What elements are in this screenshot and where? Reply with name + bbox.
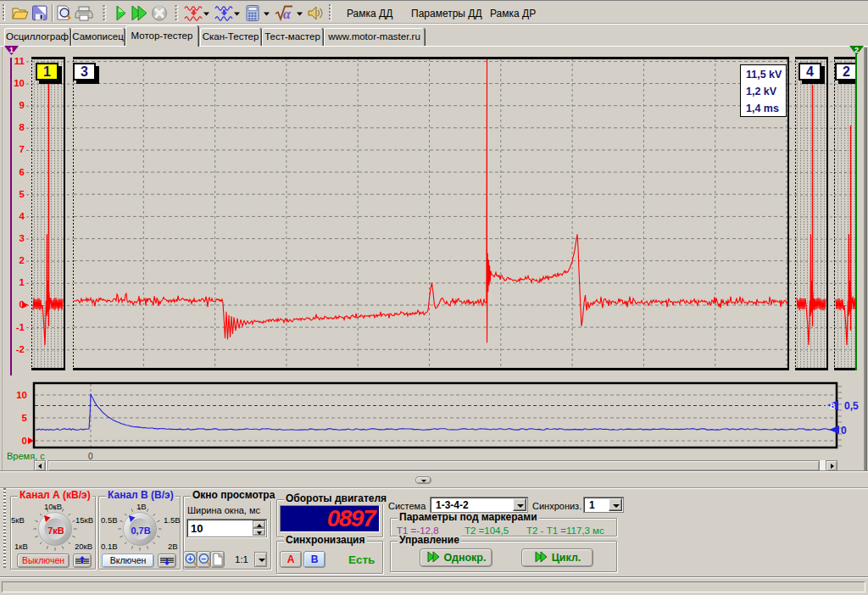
svg-text:+: + [188, 554, 193, 564]
svg-text:B: B [830, 402, 836, 410]
svg-text:−: − [202, 554, 207, 564]
